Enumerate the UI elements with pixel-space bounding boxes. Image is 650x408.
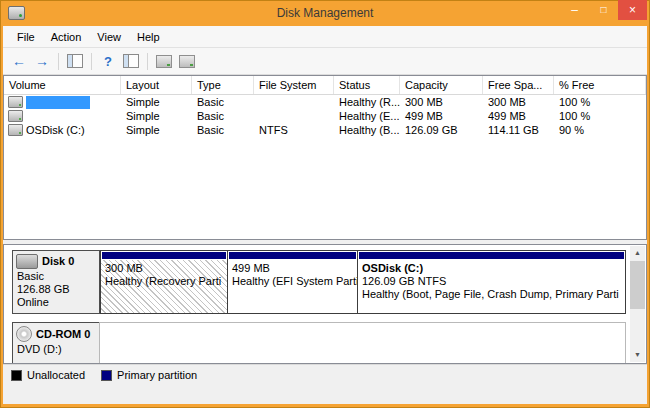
maximize-button[interactable]: □ xyxy=(589,0,618,20)
cell-file-system: NTFS xyxy=(254,124,334,136)
cell-free-space: 114.11 GB xyxy=(483,124,554,136)
partition-color-band xyxy=(102,252,226,260)
cell-status: Healthy (B... xyxy=(334,124,400,136)
cell-capacity: 300 MB xyxy=(400,96,483,108)
disk-0-label[interactable]: Disk 0 Basic 126.88 GB Online xyxy=(12,250,100,314)
partition-status: Healthy (Recovery Parti xyxy=(105,275,223,288)
volume-icon xyxy=(8,110,23,122)
cdrom-0-row: CD-ROM 0 DVD (D:) xyxy=(12,322,626,364)
disk-management-window: Disk Management – □ × File Action View H… xyxy=(0,0,650,408)
partition-size: 126.09 GB NTFS xyxy=(362,275,621,288)
cell-status: Healthy (E... xyxy=(334,110,400,122)
menu-action[interactable]: Action xyxy=(43,28,90,46)
disk-list-view-icon[interactable] xyxy=(154,51,174,71)
toolbar-separator xyxy=(58,53,59,70)
toolbar-separator xyxy=(147,53,148,70)
partition-osdisk[interactable]: OSDisk (C:) 126.09 GB NTFS Healthy (Boot… xyxy=(357,250,626,314)
disk-type: DVD (D:) xyxy=(17,343,99,356)
cell-pct-free: 100 % xyxy=(554,110,646,122)
partition-color-band xyxy=(359,252,624,260)
partition-efi[interactable]: 499 MB Healthy (EFI System Partit xyxy=(227,250,358,314)
volume-list-header: Volume Layout Type File System Status Ca… xyxy=(4,76,646,95)
cdrom-media-area[interactable] xyxy=(99,322,626,364)
volume-icon xyxy=(8,124,23,136)
disk-status: Online xyxy=(17,296,99,309)
close-button[interactable]: × xyxy=(618,0,647,20)
scroll-up-icon[interactable]: ▲ xyxy=(630,246,645,260)
column-header-type[interactable]: Type xyxy=(192,76,254,94)
app-icon[interactable] xyxy=(8,6,25,20)
volume-row-osdisk[interactable]: OSDisk (C:) Simple Basic NTFS Healthy (B… xyxy=(4,123,646,137)
scrollbar-thumb[interactable] xyxy=(630,261,645,309)
column-header-capacity[interactable]: Capacity xyxy=(400,76,483,94)
cell-capacity: 499 MB xyxy=(400,110,483,122)
cell-capacity: 126.09 GB xyxy=(400,124,483,136)
cell-free-space: 499 MB xyxy=(483,110,554,122)
disk-name: CD-ROM 0 xyxy=(36,328,90,341)
cell-free-space: 300 MB xyxy=(483,96,554,108)
hard-disk-icon xyxy=(16,254,38,269)
vertical-scrollbar[interactable]: ▲ ▼ xyxy=(630,246,645,362)
cell-layout: Simple xyxy=(121,96,192,108)
column-header-file-system[interactable]: File System xyxy=(254,76,334,94)
column-header-volume[interactable]: Volume xyxy=(4,76,121,94)
partition-status: Healthy (EFI System Partit xyxy=(232,275,353,288)
volume-icon xyxy=(8,96,23,108)
menubar: File Action View Help xyxy=(3,26,647,48)
help-icon[interactable]: ? xyxy=(98,51,118,71)
cdrom-0-label[interactable]: CD-ROM 0 DVD (D:) xyxy=(12,322,100,364)
graphical-view-pane: Disk 0 Basic 126.88 GB Online 300 MB Hea… xyxy=(3,244,647,364)
cell-pct-free: 100 % xyxy=(554,96,646,108)
client-area: File Action View Help ← → ? Volume Layou… xyxy=(3,26,647,404)
partition-color-band xyxy=(229,252,356,260)
menu-view[interactable]: View xyxy=(89,28,129,46)
disk-0-row: Disk 0 Basic 126.88 GB Online 300 MB Hea… xyxy=(12,250,626,314)
partition-size: 300 MB xyxy=(105,262,223,275)
column-header-pct-free[interactable]: % Free xyxy=(554,76,646,94)
forward-icon[interactable]: → xyxy=(32,51,52,71)
show-console-tree-icon[interactable] xyxy=(65,51,85,71)
cell-type: Basic xyxy=(192,110,254,122)
partition-size: 499 MB xyxy=(232,262,353,275)
column-header-layout[interactable]: Layout xyxy=(121,76,192,94)
volume-list-pane: Volume Layout Type File System Status Ca… xyxy=(3,75,647,240)
partition-name: OSDisk (C:) xyxy=(362,262,621,275)
selected-volume-label xyxy=(26,96,90,109)
column-header-status[interactable]: Status xyxy=(334,76,400,94)
cd-rom-icon xyxy=(16,326,32,342)
disk-size: 126.88 GB xyxy=(17,283,99,296)
column-header-free-space[interactable]: Free Spa... xyxy=(483,76,554,94)
graphical-view-icon[interactable] xyxy=(177,51,197,71)
titlebar[interactable]: Disk Management – □ × xyxy=(3,0,647,26)
primary-partition-swatch xyxy=(101,370,112,381)
window-controls: – □ × xyxy=(560,0,647,20)
window-title: Disk Management xyxy=(3,6,647,20)
scroll-down-icon[interactable]: ▼ xyxy=(630,348,645,362)
unallocated-swatch xyxy=(11,370,22,381)
cell-layout: Simple xyxy=(121,110,192,122)
volume-row-recovery[interactable]: Simple Basic Healthy (R... 300 MB 300 MB… xyxy=(4,95,646,109)
disk-type: Basic xyxy=(17,270,99,283)
window-bottom-filler xyxy=(3,385,647,404)
volume-label: OSDisk (C:) xyxy=(26,124,85,136)
disk-0-partitions: 300 MB Healthy (Recovery Parti 499 MB He… xyxy=(100,250,626,314)
menu-file[interactable]: File xyxy=(9,28,43,46)
legend-bar: Unallocated Primary partition xyxy=(3,364,647,385)
volume-row-efi[interactable]: Simple Basic Healthy (E... 499 MB 499 MB… xyxy=(4,109,646,123)
legend-label-unallocated: Unallocated xyxy=(27,369,85,381)
toolbar: ← → ? xyxy=(3,48,647,75)
minimize-button[interactable]: – xyxy=(560,0,589,20)
partition-status: Healthy (Boot, Page File, Crash Dump, Pr… xyxy=(362,288,621,301)
toolbar-separator xyxy=(91,53,92,70)
disk-name: Disk 0 xyxy=(42,255,74,268)
cell-pct-free: 90 % xyxy=(554,124,646,136)
cell-type: Basic xyxy=(192,124,254,136)
menu-help[interactable]: Help xyxy=(129,28,168,46)
cell-layout: Simple xyxy=(121,124,192,136)
show-action-pane-icon[interactable] xyxy=(121,51,141,71)
partition-recovery[interactable]: 300 MB Healthy (Recovery Parti xyxy=(100,250,228,314)
cell-status: Healthy (R... xyxy=(334,96,400,108)
back-icon[interactable]: ← xyxy=(9,51,29,71)
legend-label-primary-partition: Primary partition xyxy=(117,369,197,381)
cell-type: Basic xyxy=(192,96,254,108)
